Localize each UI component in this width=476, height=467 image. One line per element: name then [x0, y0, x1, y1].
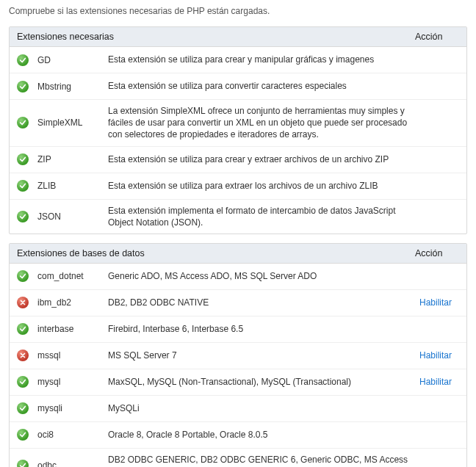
- extension-name: SimpleXML: [37, 117, 108, 128]
- table-row: com_dotnetGeneric ADO, MS Access ADO, MS…: [10, 264, 466, 290]
- extension-name: JSON: [37, 211, 108, 222]
- extension-name: Mbstring: [37, 82, 108, 92]
- check-icon: [17, 81, 29, 93]
- status-cell: [17, 402, 37, 414]
- table-row: odbcDB2 ODBC GENERIC, DB2 ODBC GENERIC 6…: [10, 449, 466, 467]
- status-cell: [17, 153, 37, 165]
- check-icon: [17, 153, 29, 165]
- table-row: interbaseFirebird, Interbase 6, Interbas…: [10, 316, 466, 343]
- check-icon: [17, 270, 29, 282]
- check-icon: [17, 402, 29, 414]
- extension-description: Firebird, Interbase 6, Interbase 6.5: [108, 323, 419, 335]
- extension-name: ZIP: [37, 154, 108, 164]
- status-cell: [17, 117, 37, 128]
- extension-description: DB2 ODBC GENERIC, DB2 ODBC GENERIC 6, Ge…: [108, 454, 419, 467]
- check-icon: [17, 180, 29, 192]
- status-cell: [17, 297, 37, 308]
- extension-description: DB2, DB2 ODBC NATIVE: [108, 297, 419, 308]
- database-extensions-header: Extensiones de bases de datos Acción: [10, 244, 466, 264]
- action-column-header: Acción: [415, 32, 459, 42]
- extension-name: oci8: [37, 430, 108, 440]
- required-extensions-section: Extensiones necesarias Acción GDEsta ext…: [9, 26, 467, 234]
- extension-name: mysql: [37, 377, 108, 387]
- enable-link[interactable]: Habilitar: [419, 297, 452, 308]
- required-extensions-title: Extensiones necesarias: [17, 32, 415, 42]
- extension-description: Esta extensión se utiliza para convertir…: [108, 80, 419, 92]
- check-icon: [17, 376, 29, 388]
- status-cell: [17, 180, 37, 192]
- table-row: MbstringEsta extensión se utiliza para c…: [10, 73, 466, 100]
- extension-name: ibm_db2: [37, 297, 108, 308]
- extension-description: Esta extensión se utiliza para crear y e…: [108, 153, 419, 165]
- extension-description: MaxSQL, MySQL (Non-Transactional), MySQL…: [108, 376, 419, 388]
- table-row: ibm_db2DB2, DB2 ODBC NATIVEHabilitar: [10, 290, 466, 316]
- status-cell: [17, 211, 37, 222]
- extension-description: Generic ADO, MS Access ADO, MS SQL Serve…: [108, 270, 419, 282]
- table-row: SimpleXMLLa extensión SimpleXML ofrece u…: [10, 100, 466, 147]
- check-icon: [17, 460, 29, 467]
- extension-description: Oracle 8, Oracle 8 Portable, Oracle 8.0.…: [108, 429, 419, 441]
- table-row: ZIPEsta extensión se utiliza para crear …: [10, 147, 466, 173]
- table-row: mysqlMaxSQL, MySQL (Non-Transactional), …: [10, 369, 466, 396]
- enable-link[interactable]: Habilitar: [419, 350, 452, 361]
- status-cell: [17, 429, 37, 441]
- enable-link[interactable]: Habilitar: [419, 377, 452, 387]
- cross-icon: [17, 350, 29, 361]
- extension-description: Esta extensión implementa el formato de …: [108, 205, 419, 228]
- required-extensions-header: Extensiones necesarias Acción: [10, 27, 466, 47]
- check-icon: [17, 117, 29, 128]
- table-row: mysqliMySQLi: [10, 396, 466, 422]
- status-cell: [17, 350, 37, 361]
- action-column-header: Acción: [415, 248, 459, 258]
- status-cell: [17, 376, 37, 388]
- extension-description: La extensión SimpleXML ofrece un conjunt…: [108, 105, 419, 141]
- extension-name: ZLIB: [37, 181, 108, 191]
- status-cell: [17, 270, 37, 282]
- check-icon: [17, 429, 29, 441]
- extension-name: mysqli: [37, 403, 108, 413]
- extension-description: Esta extensión se utiliza para crear y m…: [108, 54, 419, 65]
- status-cell: [17, 81, 37, 93]
- check-icon: [17, 54, 29, 66]
- extension-description: Esta extensión se utiliza para extraer l…: [108, 180, 419, 192]
- database-extensions-section: Extensiones de bases de datos Acción com…: [9, 243, 467, 467]
- status-cell: [17, 323, 37, 335]
- table-row: JSONEsta extensión implementa el formato…: [10, 200, 466, 234]
- action-cell: Habilitar: [419, 350, 459, 361]
- table-row: oci8Oracle 8, Oracle 8 Portable, Oracle …: [10, 422, 466, 449]
- check-icon: [17, 211, 29, 222]
- cross-icon: [17, 297, 29, 308]
- status-cell: [17, 460, 37, 467]
- action-cell: Habilitar: [419, 377, 459, 387]
- extension-name: mssql: [37, 350, 108, 361]
- action-cell: Habilitar: [419, 297, 459, 308]
- table-row: GDEsta extensión se utiliza para crear y…: [10, 47, 466, 73]
- status-cell: [17, 54, 37, 66]
- table-row: ZLIBEsta extensión se utiliza para extra…: [10, 173, 466, 200]
- extension-description: MySQLi: [108, 402, 419, 414]
- check-icon: [17, 323, 29, 335]
- intro-text: Compruebe si las extensiones necesarias …: [9, 6, 467, 16]
- extension-name: com_dotnet: [37, 271, 108, 281]
- database-extensions-title: Extensiones de bases de datos: [17, 248, 415, 258]
- extension-name: interbase: [37, 324, 108, 334]
- extension-description: MS SQL Server 7: [108, 350, 419, 361]
- table-row: mssqlMS SQL Server 7Habilitar: [10, 343, 466, 369]
- extension-name: GD: [37, 55, 108, 65]
- extension-name: odbc: [37, 460, 108, 467]
